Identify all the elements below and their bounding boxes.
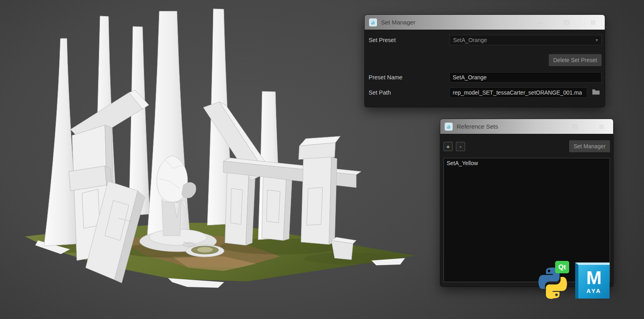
- maya-logo: M AYA: [575, 262, 610, 299]
- set-preset-label: Set Preset: [369, 37, 449, 43]
- delete-preset-row: Delete Set Preset: [369, 54, 602, 66]
- set-preset-dropdown[interactable]: SetA_Orange ▾: [449, 35, 602, 45]
- set-manager-window: Set Manager – □ × Set Preset SetA_Orange…: [365, 15, 605, 107]
- set-manager-titlebar[interactable]: Set Manager – □ ×: [365, 15, 605, 30]
- maximize-icon[interactable]: □: [570, 121, 580, 132]
- set-path-input[interactable]: [449, 87, 587, 98]
- set-manager-window-icon: [369, 18, 377, 27]
- qt-logo: Qt: [555, 261, 569, 273]
- window-title: Set Manager: [381, 19, 535, 26]
- close-icon[interactable]: ×: [596, 121, 607, 132]
- add-set-button[interactable]: +: [443, 142, 453, 151]
- reference-sets-titlebar[interactable]: Reference Sets – □ ×: [440, 119, 613, 134]
- close-icon[interactable]: ×: [588, 17, 598, 28]
- minimize-icon[interactable]: –: [544, 121, 554, 132]
- minimize-icon[interactable]: –: [535, 17, 546, 28]
- preset-name-label: Preset Name: [369, 74, 449, 81]
- qt-logo-label: Qt: [558, 263, 566, 271]
- browse-folder-button[interactable]: [590, 88, 602, 97]
- open-set-manager-button[interactable]: Set Manager: [569, 140, 610, 152]
- window-title: Reference Sets: [457, 123, 544, 130]
- maya-logo-m: M: [586, 269, 602, 287]
- set-preset-row: Set Preset SetA_Orange ▾: [369, 35, 602, 45]
- maximize-icon[interactable]: □: [562, 17, 572, 28]
- window-controls: – □ ×: [535, 17, 598, 28]
- remove-set-button[interactable]: -: [456, 142, 465, 151]
- set-path-label: Set Path: [369, 89, 449, 96]
- preset-name-row: Preset Name: [369, 72, 602, 83]
- reference-sets-window: Reference Sets – □ × + - Set Manager Set…: [440, 119, 613, 287]
- maya-logo-face: M AYA: [575, 262, 610, 299]
- pillars-and-beams: [203, 102, 361, 260]
- set-preset-value: SetA_Orange: [453, 37, 596, 43]
- delete-set-preset-button[interactable]: Delete Set Preset: [549, 54, 602, 66]
- preset-name-input[interactable]: [449, 72, 602, 83]
- set-path-row: Set Path: [369, 87, 602, 98]
- chevron-down-icon: ▾: [596, 37, 598, 43]
- reference-sets-toolbar: + -: [443, 142, 465, 151]
- maya-logo-aya: AYA: [586, 287, 602, 294]
- folder-icon: [592, 89, 600, 96]
- reference-sets-window-icon: [444, 122, 453, 131]
- list-item[interactable]: SetA_Yellow: [444, 158, 610, 168]
- window-controls: – □ ×: [544, 121, 607, 132]
